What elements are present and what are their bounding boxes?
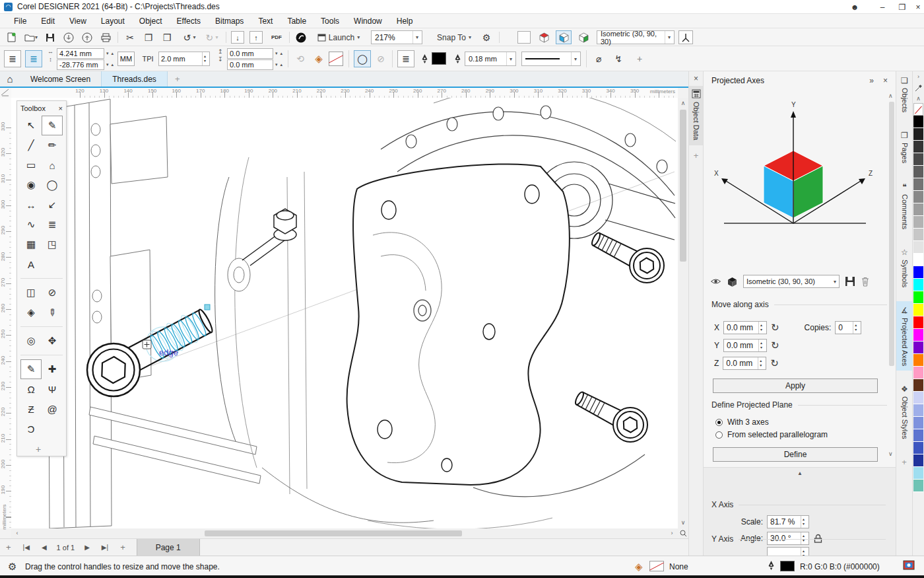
import-from-cloud-icon[interactable] [62, 31, 75, 44]
color-swatch[interactable] [913, 329, 923, 342]
thread-mode-button[interactable]: ≣ [4, 50, 21, 67]
color-swatch[interactable] [913, 442, 923, 454]
radio-from-parallelogram[interactable]: From selected parallelogram [715, 430, 828, 439]
tab-object-data[interactable]: Object Data [689, 86, 703, 145]
corel-cloud-icon[interactable] [294, 31, 308, 44]
cube-icon[interactable] [727, 276, 738, 287]
new-tab-icon[interactable]: + [168, 71, 187, 87]
arrow-line-tool[interactable]: ↙ [42, 195, 63, 215]
menu-tools[interactable]: Tools [314, 17, 346, 26]
define-button[interactable]: Define [713, 447, 878, 462]
docker-scroll-thumb[interactable] [889, 102, 894, 366]
color-swatch[interactable] [913, 229, 923, 241]
scroll-thumb[interactable] [205, 530, 462, 536]
menu-help[interactable]: Help [389, 17, 420, 26]
color-swatch[interactable] [913, 241, 923, 254]
palette-expand-icon[interactable]: › [913, 71, 924, 82]
pitch-spinner[interactable]: ▴▾ [202, 52, 207, 65]
scroll-up-icon[interactable]: ∧ [678, 100, 688, 106]
line-style-combo[interactable]: ▾ [521, 52, 581, 66]
shape-edit-tool[interactable]: ✎ [42, 116, 63, 135]
color-swatch[interactable] [913, 216, 923, 229]
color-swatch[interactable] [913, 404, 923, 417]
eye-icon[interactable] [710, 277, 721, 285]
color-swatch[interactable] [913, 354, 923, 367]
palette-scroll-up-icon[interactable]: ∧ [913, 94, 924, 103]
y-angle-field[interactable]: ▴▾ [767, 547, 809, 556]
menu-view[interactable]: View [62, 17, 94, 26]
docker-scroll-up-icon[interactable]: ∧ [888, 92, 893, 99]
redo-button[interactable]: ↻ ▾ [202, 31, 222, 44]
color-swatch[interactable] [913, 166, 923, 178]
color-swatch[interactable] [913, 429, 923, 442]
move-z-field[interactable]: 0.0 mm▴▾ [723, 357, 766, 370]
paste-icon[interactable]: ❒ [160, 31, 174, 44]
docker-tab-comments[interactable]: ❝Comments [896, 178, 913, 234]
pan-tool[interactable]: ✥ [42, 331, 63, 351]
move-x-field[interactable]: 0.0 mm▴▾ [723, 321, 767, 334]
relative-z-icon[interactable]: ↻ [770, 357, 779, 369]
y-position-field[interactable]: -28.776 mm [57, 59, 104, 70]
toolbox-add-icon[interactable]: + [17, 441, 59, 456]
previous-page-icon[interactable]: ◀ [36, 544, 53, 551]
restore-button[interactable]: ❐ [892, 0, 912, 14]
display-settings-icon[interactable] [903, 560, 915, 572]
account-icon[interactable]: ☻ [845, 0, 865, 14]
toolbox-close-icon[interactable]: × [59, 104, 63, 112]
sketch-tool[interactable]: ✏ [42, 135, 63, 155]
zoom-corner-button[interactable] [678, 528, 688, 538]
color-swatch[interactable] [913, 379, 923, 392]
selection-handle[interactable] [205, 305, 210, 310]
thread-mode-2-button[interactable]: ≣ [25, 50, 42, 67]
menu-object[interactable]: Object [132, 17, 170, 26]
color-swatch[interactable] [913, 316, 923, 329]
rectangle-tool[interactable]: ▭ [20, 155, 42, 175]
ellipse-tool[interactable]: ◯ [42, 175, 63, 195]
color-swatch[interactable] [913, 392, 923, 404]
color-swatch[interactable] [913, 367, 923, 379]
text-tool[interactable]: A [20, 254, 42, 274]
ellipse-profile-button[interactable]: ◯ [354, 50, 371, 67]
isometric-box-tool[interactable]: ◫ [20, 283, 42, 303]
color-swatch[interactable] [913, 342, 923, 354]
zoom-level-combo[interactable]: 217%▾ [371, 30, 422, 44]
scroll-down-icon[interactable]: ∨ [678, 519, 688, 526]
x-position-field[interactable]: 4.241 mm [57, 48, 104, 59]
docker-close-icon[interactable]: × [883, 76, 888, 85]
boundary-tool[interactable]: ◳ [42, 235, 63, 254]
new-document-button[interactable] [4, 31, 18, 44]
docker-expand-icon[interactable]: » [869, 76, 874, 85]
color-swatch[interactable] [913, 128, 923, 141]
projected-axes-button[interactable] [678, 30, 693, 44]
color-swatch[interactable] [913, 141, 923, 153]
color-swatch[interactable] [913, 178, 923, 191]
tab-welcome-screen[interactable]: Welcome Screen [20, 71, 101, 87]
units-button[interactable]: MM [117, 52, 135, 66]
polygon-tool[interactable]: ⌂ [42, 155, 63, 175]
first-page-icon[interactable]: |◀ [17, 544, 36, 551]
print-button[interactable] [99, 31, 112, 44]
snap-to-dropdown[interactable]: Snap To▾ [433, 31, 475, 44]
color-swatch[interactable] [913, 279, 923, 291]
color-swatch[interactable] [913, 103, 923, 116]
color-swatch[interactable] [913, 254, 923, 266]
menu-text[interactable]: Text [251, 17, 280, 26]
color-swatch[interactable] [913, 153, 923, 166]
replace-icon[interactable]: ↯ [611, 52, 626, 66]
y-spinner[interactable]: ▾▴ [106, 62, 114, 67]
eyedropper-tool[interactable]: ✏ [42, 302, 62, 323]
smear-tool[interactable]: Ω [20, 379, 42, 399]
technical-drawing[interactable]: edge [11, 98, 678, 528]
pick-tool[interactable]: ↖ [20, 116, 42, 135]
color-swatch[interactable] [913, 266, 923, 279]
no-projection-button[interactable] [517, 31, 531, 44]
pitch-field[interactable]: 2.0 mm ▴▾ [158, 52, 210, 66]
roughen-tool[interactable]: Ψ [42, 379, 63, 399]
add-docker-icon[interactable]: + [689, 145, 703, 165]
no-fill-button[interactable] [329, 52, 343, 66]
docker-scroll-down-icon[interactable]: ∨ [888, 451, 893, 457]
export-button[interactable]: ↑ [249, 31, 263, 44]
color-swatch[interactable] [913, 203, 923, 216]
right-projected-plane-icon[interactable] [576, 31, 591, 44]
fill-color-icon[interactable]: ◈ [312, 52, 326, 66]
